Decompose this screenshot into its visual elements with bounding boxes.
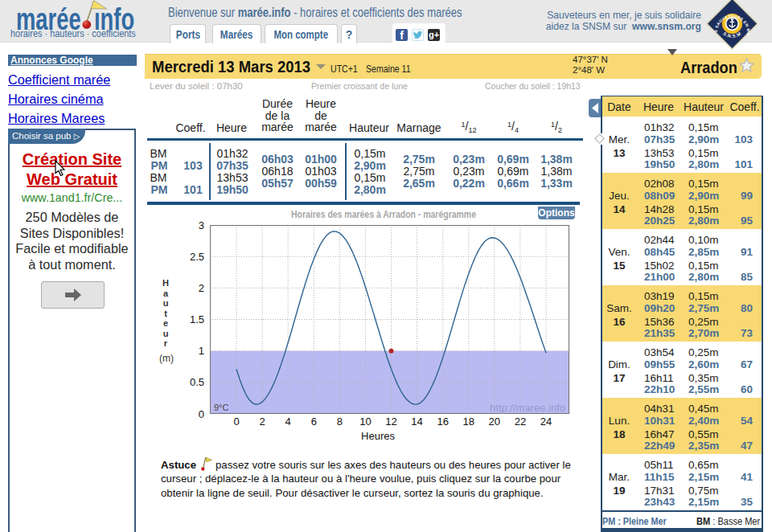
svg-text:u: u	[163, 329, 169, 338]
svg-text:14: 14	[411, 415, 422, 428]
svg-text:(m): (m)	[159, 353, 174, 364]
svg-text:12: 12	[385, 415, 396, 428]
svg-text:1.5: 1.5	[190, 313, 204, 325]
svg-text:8: 8	[337, 415, 343, 428]
svg-text:0: 0	[233, 415, 239, 428]
svg-text:1: 1	[199, 345, 204, 357]
svg-text:16: 16	[437, 415, 448, 428]
svg-text:9°C: 9°C	[214, 403, 229, 412]
svg-text:6: 6	[311, 415, 317, 428]
svg-text:2: 2	[259, 415, 265, 428]
svg-text:0: 0	[199, 408, 204, 420]
svg-text:r: r	[164, 338, 168, 348]
svg-text:20: 20	[489, 415, 500, 428]
svg-text:22: 22	[515, 415, 526, 428]
svg-text:2: 2	[199, 282, 204, 294]
svg-text:Horaires des marées à Arradon: Horaires des marées à Arradon - marégram…	[291, 209, 476, 220]
svg-text:e: e	[163, 318, 168, 328]
svg-text:24: 24	[540, 415, 552, 428]
svg-text:10: 10	[359, 415, 371, 428]
svg-text:2.5: 2.5	[190, 251, 204, 263]
svg-text:http://maree.info: http://maree.info	[490, 402, 565, 414]
svg-text:0.5: 0.5	[190, 376, 204, 388]
svg-text:H: H	[162, 278, 169, 288]
svg-text:4: 4	[285, 415, 291, 428]
svg-text:3: 3	[199, 219, 204, 231]
svg-text:a: a	[163, 289, 169, 298]
svg-text:18: 18	[463, 415, 474, 428]
svg-text:t: t	[164, 309, 167, 318]
svg-text:Heures: Heures	[361, 430, 395, 442]
svg-text:u: u	[163, 298, 169, 308]
